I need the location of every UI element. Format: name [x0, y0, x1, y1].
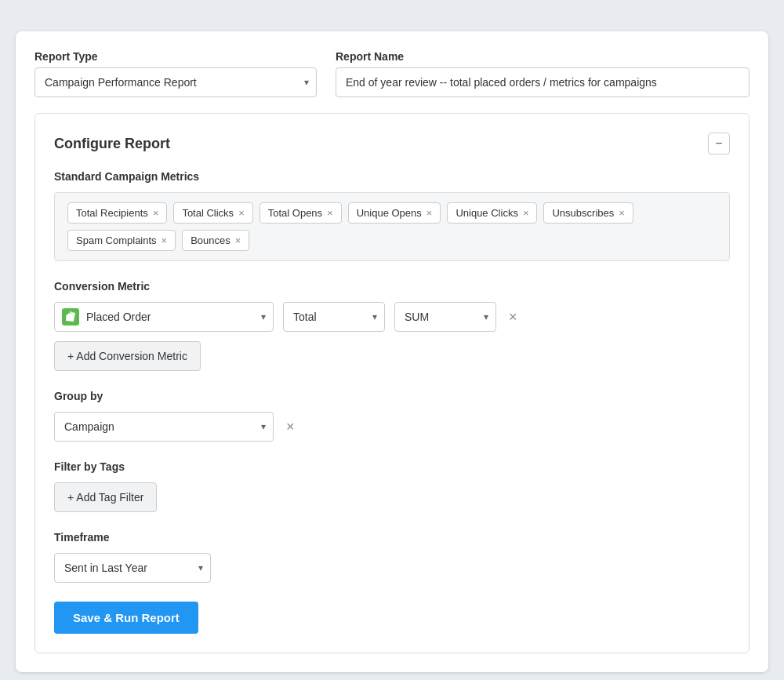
tag-label: Unique Clicks — [456, 207, 517, 219]
function-select[interactable]: SUM AVG COUNT — [394, 302, 496, 332]
timeframe-select-wrapper: Sent in Last Year Sent in Last 30 Days S… — [54, 553, 211, 583]
placed-order-select[interactable]: Placed Order — [54, 302, 274, 332]
save-run-report-button[interactable]: Save & Run Report — [54, 602, 198, 634]
tag-remove-total-recipients[interactable]: × — [153, 208, 159, 218]
tag-label: Unique Opens — [357, 207, 422, 219]
metrics-area: Total Recipients × Total Clicks × Total … — [54, 192, 730, 261]
conversion-metric-section: Conversion Metric Placed Order ▾ — [54, 280, 730, 371]
conversion-row: Placed Order ▾ Total Unique Revenue ▾ — [54, 302, 730, 332]
report-type-select[interactable]: Campaign Performance Report Flow Perform… — [34, 67, 317, 97]
tag-remove-unique-opens[interactable]: × — [426, 208, 433, 218]
tag-label: Total Recipients — [76, 207, 148, 219]
report-name-label: Report Name — [336, 50, 750, 63]
tag-remove-bounces[interactable]: × — [235, 235, 241, 245]
tag-label: Unsubscribes — [552, 207, 614, 219]
top-row: Report Type Campaign Performance Report … — [34, 50, 750, 97]
aggregate-select[interactable]: Total Unique Revenue — [283, 302, 385, 332]
configure-section: Configure Report − Standard Campaign Met… — [34, 113, 750, 653]
conversion-metric-label: Conversion Metric — [54, 280, 730, 293]
add-tag-filter-button[interactable]: + Add Tag Filter — [54, 482, 157, 512]
standard-metrics-label: Standard Campaign Metrics — [54, 170, 730, 183]
aggregate-select-wrapper: Total Unique Revenue ▾ — [283, 302, 385, 332]
tag-remove-spam-complaints[interactable]: × — [162, 235, 168, 245]
add-conversion-metric-label: + Add Conversion Metric — [67, 350, 187, 362]
tag-label: Total Clicks — [182, 207, 234, 219]
tag-unique-clicks: Unique Clicks × — [447, 202, 537, 224]
report-type-group: Report Type Campaign Performance Report … — [34, 50, 317, 97]
tag-remove-unsubscribes[interactable]: × — [619, 208, 625, 218]
report-type-select-wrapper: Campaign Performance Report Flow Perform… — [34, 67, 317, 97]
filter-tags-section: Filter by Tags + Add Tag Filter — [54, 460, 730, 512]
report-name-input[interactable] — [336, 67, 750, 97]
add-tag-filter-label: + Add Tag Filter — [67, 491, 143, 504]
tags-row: Total Recipients × Total Clicks × Total … — [67, 202, 717, 251]
configure-header: Configure Report − — [54, 133, 730, 155]
timeframe-select[interactable]: Sent in Last Year Sent in Last 30 Days S… — [54, 553, 211, 583]
tag-remove-unique-clicks[interactable]: × — [523, 208, 529, 218]
function-select-wrapper: SUM AVG COUNT ▾ — [394, 302, 496, 332]
group-by-section: Group by Campaign Flow Tag None ▾ × — [54, 390, 730, 442]
shopify-icon — [62, 308, 79, 325]
tag-label: Bounces — [191, 235, 230, 246]
configure-title: Configure Report — [54, 136, 170, 152]
standard-metrics-section: Standard Campaign Metrics Total Recipien… — [54, 170, 730, 261]
tag-bounces: Bounces × — [182, 230, 249, 251]
group-by-select-wrapper: Campaign Flow Tag None ▾ — [54, 412, 274, 442]
timeframe-label: Timeframe — [54, 531, 730, 544]
report-type-label: Report Type — [34, 50, 317, 63]
collapse-button[interactable]: − — [708, 133, 730, 155]
group-by-label: Group by — [54, 390, 730, 402]
group-by-select[interactable]: Campaign Flow Tag None — [54, 412, 274, 442]
add-conversion-metric-button[interactable]: + Add Conversion Metric — [54, 341, 201, 371]
tag-total-clicks: Total Clicks × — [173, 202, 252, 224]
tag-remove-total-clicks[interactable]: × — [238, 208, 245, 218]
group-by-row: Campaign Flow Tag None ▾ × — [54, 412, 730, 442]
remove-group-by-button[interactable]: × — [283, 416, 298, 437]
placed-order-select-wrapper: Placed Order ▾ — [54, 302, 274, 332]
tag-label: Spam Complaints — [76, 235, 157, 246]
main-card: Report Type Campaign Performance Report … — [16, 31, 768, 672]
tag-unsubscribes: Unsubscribes × — [543, 202, 633, 224]
page-container: Report Type Campaign Performance Report … — [0, 16, 784, 680]
tag-label: Total Opens — [268, 207, 322, 219]
remove-conversion-button[interactable]: × — [506, 307, 521, 327]
collapse-icon: − — [715, 136, 722, 151]
tag-total-opens: Total Opens × — [260, 202, 342, 224]
tag-remove-total-opens[interactable]: × — [327, 208, 333, 218]
tag-unique-opens: Unique Opens × — [348, 202, 441, 224]
filter-tags-label: Filter by Tags — [54, 460, 730, 473]
timeframe-section: Timeframe Sent in Last Year Sent in Last… — [54, 531, 730, 583]
tag-spam-complaints: Spam Complaints × — [67, 230, 176, 251]
report-name-group: Report Name — [336, 50, 750, 97]
tag-total-recipients: Total Recipients × — [67, 202, 167, 224]
